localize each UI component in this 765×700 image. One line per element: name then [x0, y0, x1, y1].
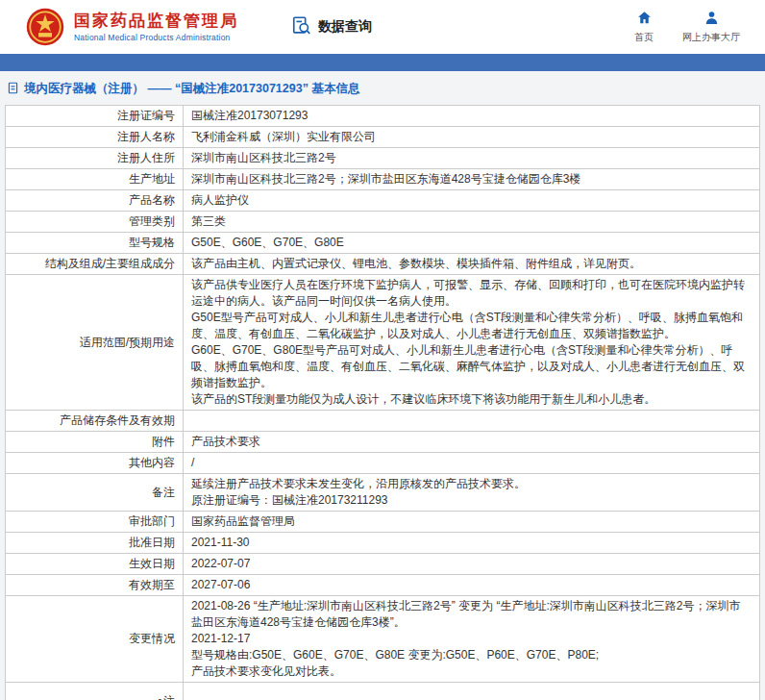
row-label: 附件	[6, 432, 184, 453]
row-value: 2021-11-30	[184, 533, 760, 554]
home-icon	[636, 10, 653, 28]
row-label: 型号规格	[6, 233, 184, 254]
row-value: 国家药品监督管理局	[184, 512, 760, 533]
row-value: 2027-07-06	[184, 575, 760, 596]
service-hall-label: 网上办事大厅	[682, 31, 740, 44]
row-value: /	[184, 453, 760, 474]
table-row: 管理类别第三类	[6, 212, 760, 233]
row-value: 飞利浦金科威（深圳）实业有限公司	[184, 127, 760, 148]
row-value	[184, 411, 760, 432]
row-value: 详情	[184, 683, 760, 700]
row-value: 病人监护仪	[184, 190, 760, 212]
nav-service-hall[interactable]: 网上办事大厅	[682, 10, 740, 44]
data-query-label: 数据查询	[318, 18, 372, 36]
row-value: 深圳市南山区科技北三路2号	[184, 148, 760, 169]
row-value: 国械注准20173071293	[184, 106, 760, 127]
nav-home[interactable]: 首页	[634, 10, 654, 44]
row-label: 产品储存条件及有效期	[6, 411, 184, 432]
table-row: 生产地址深圳市南山区科技北三路2号；深圳市盐田区东海道428号宝捷仓储园仓库3楼	[6, 169, 760, 190]
row-value: 产品技术要求	[184, 432, 760, 453]
home-label: 首页	[634, 31, 654, 44]
registration-info-table: 注册证编号国械注准20173071293 注册人名称飞利浦金科威（深圳）实业有限…	[5, 105, 760, 700]
table-row: 产品储存条件及有效期	[6, 411, 760, 432]
row-label: ●注	[6, 683, 184, 700]
row-value: 2022-07-07	[184, 554, 760, 575]
row-label: 生产地址	[6, 169, 184, 190]
row-value: 该产品供专业医疗人员在医疗环境下监护病人，可报警、显示、存储、回顾和打印，也可在…	[184, 275, 760, 411]
row-value: 第三类	[184, 212, 760, 233]
row-label: 有效期至	[6, 575, 184, 596]
row-label: 适用范围/预期用途	[6, 275, 184, 411]
row-value: 该产品由主机、内置式记录仪、锂电池、参数模块、模块插件箱、附件组成，详见附页。	[184, 254, 760, 275]
table-row: 注册人住所深圳市南山区科技北三路2号	[6, 148, 760, 169]
table-row: 生效日期2022-07-07	[6, 554, 760, 575]
page-title: 境内医疗器械（注册） —— “国械注准20173071293” 基本信息	[7, 81, 758, 97]
table-row: 产品名称病人监护仪	[6, 190, 760, 212]
table-row: 变更情况2021-08-26 “生产地址:深圳市南山区科技北三路2号” 变更为 …	[6, 596, 760, 683]
table-row: 注册人名称飞利浦金科威（深圳）实业有限公司	[6, 127, 760, 148]
org-name-en: National Medical Products Administration	[74, 33, 238, 42]
main-content: 境内医疗器械（注册） —— “国械注准20173071293” 基本信息 注册证…	[0, 71, 765, 700]
row-label: 变更情况	[6, 596, 184, 683]
row-label: 管理类别	[6, 212, 184, 233]
nav-data-query[interactable]: 数据查询	[291, 15, 372, 39]
document-icon	[7, 82, 19, 97]
table-row: 有效期至2027-07-06	[6, 575, 760, 596]
top-header: 国家药品监督管理局 National Medical Products Admi…	[0, 0, 765, 54]
table-row: 结构及组成/主要组成成分该产品由主机、内置式记录仪、锂电池、参数模块、模块插件箱…	[6, 254, 760, 275]
row-value: 延续注册产品技术要求未发生变化，沿用原核发的产品技术要求。 原注册证编号：国械注…	[184, 474, 760, 512]
header-divider-strip	[0, 54, 765, 71]
site-brand: 国家药品监督管理局 National Medical Products Admi…	[25, 7, 238, 47]
row-value: G50E、G60E、G70E、G80E	[184, 233, 760, 254]
row-label: 注册人名称	[6, 127, 184, 148]
table-row: 备注延续注册产品技术要求未发生变化，沿用原核发的产品技术要求。 原注册证编号：国…	[6, 474, 760, 512]
header-quick-links: 首页 网上办事大厅	[634, 10, 748, 44]
brand-text: 国家药品监督管理局 National Medical Products Admi…	[74, 12, 238, 42]
table-row: 附件产品技术要求	[6, 432, 760, 453]
person-icon	[703, 10, 720, 28]
row-label: 生效日期	[6, 554, 184, 575]
table-row: ●注 详情	[6, 683, 760, 700]
row-value: 2021-08-26 “生产地址:深圳市南山区科技北三路2号” 变更为 “生产地…	[184, 596, 760, 683]
row-label: 审批部门	[6, 512, 184, 533]
row-label: 批准日期	[6, 533, 184, 554]
table-row: 型号规格G50E、G60E、G70E、G80E	[6, 233, 760, 254]
row-value: 深圳市南山区科技北三路2号；深圳市盐田区东海道428号宝捷仓储园仓库3楼	[184, 169, 760, 190]
table-row: 其他内容/	[6, 453, 760, 474]
org-name-cn: 国家药品监督管理局	[74, 12, 238, 31]
row-label: 其他内容	[6, 453, 184, 474]
table-row: 审批部门国家药品监督管理局	[6, 512, 760, 533]
table-row: 注册证编号国械注准20173071293	[6, 106, 760, 127]
row-label: 注册证编号	[6, 106, 184, 127]
national-emblem-icon	[25, 7, 65, 47]
table-row: 批准日期2021-11-30	[6, 533, 760, 554]
row-label: 备注	[6, 474, 184, 512]
doc-magnifier-icon	[291, 15, 312, 39]
row-label: 注册人住所	[6, 148, 184, 169]
row-label: 结构及组成/主要组成成分	[6, 254, 184, 275]
page-title-text: 境内医疗器械（注册） —— “国械注准20173071293” 基本信息	[24, 81, 359, 97]
table-row: 适用范围/预期用途该产品供专业医疗人员在医疗环境下监护病人，可报警、显示、存储、…	[6, 275, 760, 411]
row-label: 产品名称	[6, 190, 184, 212]
